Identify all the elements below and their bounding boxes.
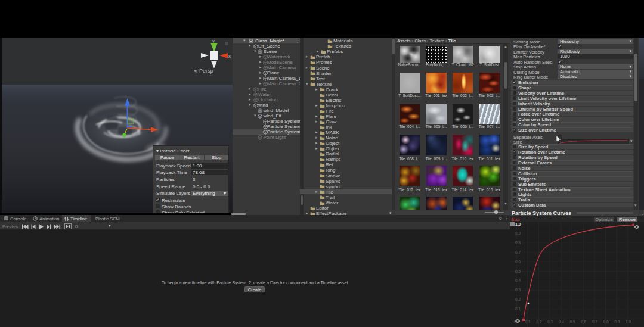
svg-text:y: y (212, 38, 215, 43)
svg-text:x: x (228, 54, 231, 59)
